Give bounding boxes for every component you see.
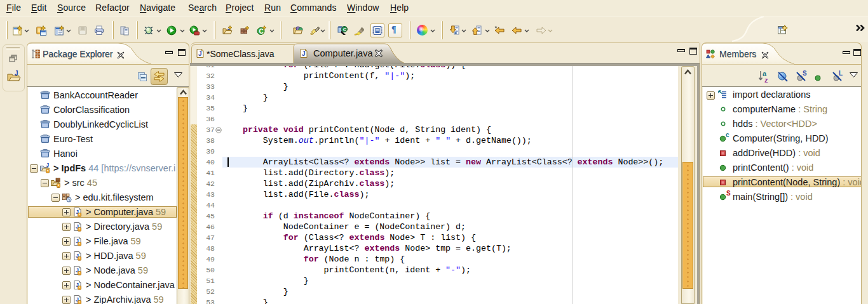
svg-text:C: C	[343, 27, 347, 32]
svg-text:J: J	[15, 70, 18, 77]
svg-text:C: C	[259, 28, 264, 35]
svg-text:J: J	[302, 50, 306, 57]
svg-text:S: S	[803, 70, 807, 77]
svg-text:L: L	[839, 70, 843, 77]
svg-text:J: J	[198, 50, 202, 57]
svg-text:z: z	[764, 76, 768, 84]
